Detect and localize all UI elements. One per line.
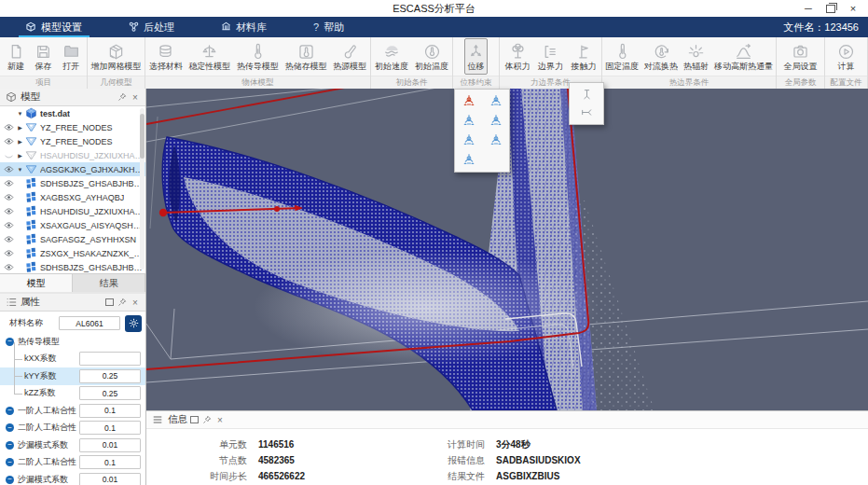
property-value-input[interactable]: 0.1 bbox=[79, 421, 141, 435]
ribbon-button-boundary-force-bracket[interactable]: 边界力 bbox=[535, 38, 566, 75]
visibility-eye-icon[interactable] bbox=[2, 234, 16, 244]
ribbon-button-initial-temperature-thermometer[interactable]: 初始温度 bbox=[412, 38, 451, 75]
ribbon-button-volume-force-tree[interactable]: 体积力 bbox=[503, 38, 533, 75]
tree-item[interactable]: ▶▶SDHSBJZS_GHSABJHB_ZAHU bbox=[0, 176, 145, 190]
info-field-label: 时间步长 bbox=[174, 470, 247, 483]
pin-icon[interactable] bbox=[200, 413, 214, 426]
displacement-constraint-option-1[interactable] bbox=[455, 90, 482, 110]
tree-item[interactable]: ▶▶SDHSBJZS_GHSABJHB_ZAHU bbox=[0, 260, 145, 273]
property-row: kZZ系数0.25 bbox=[0, 385, 145, 403]
ribbon-button-stability-balance[interactable]: 稳定性模型 bbox=[186, 38, 233, 75]
displacement-constraint-option-2[interactable] bbox=[482, 90, 509, 110]
contact-option-1[interactable] bbox=[580, 88, 594, 102]
sidebar-tab-模型[interactable]: 模型 bbox=[0, 274, 73, 292]
property-value-input[interactable]: 0.1 bbox=[79, 404, 141, 418]
property-value-input[interactable]: 0.01 bbox=[79, 473, 141, 485]
tree-scrollbar[interactable] bbox=[140, 108, 145, 270]
visibility-eye-icon[interactable] bbox=[2, 206, 16, 216]
ribbon-button-fixed-temperature-thermometer[interactable]: 固定温度 bbox=[602, 38, 641, 75]
visibility-eye-icon[interactable] bbox=[2, 122, 16, 132]
ribbon-button-compute-play[interactable]: 计算 bbox=[834, 38, 858, 75]
collapse-minus-icon[interactable]: − bbox=[6, 423, 14, 432]
tree-item[interactable]: ▶▶XAGBSXG_AYHAQBJ bbox=[0, 190, 145, 204]
property-value-input[interactable]: 0.01 bbox=[79, 438, 141, 452]
restore-panel-icon[interactable] bbox=[187, 413, 200, 426]
tree-item[interactable]: ▶HSAUHDISU_JZXIUXHAHX bbox=[0, 148, 145, 162]
close-panel-icon[interactable]: × bbox=[129, 296, 142, 309]
displacement-constraint-option-4[interactable] bbox=[482, 110, 509, 130]
visibility-eye-icon[interactable] bbox=[2, 262, 16, 272]
menu-tab-help[interactable]: ?帮助 bbox=[306, 17, 351, 37]
property-value-input[interactable]: 0.25 bbox=[79, 386, 141, 400]
visibility-eye-icon[interactable] bbox=[2, 248, 16, 258]
property-row: −二阶人工粘合性0.1 bbox=[0, 420, 145, 437]
property-row: −一阶人工粘合性0.1 bbox=[0, 402, 145, 420]
displacement-constraint-option-7[interactable] bbox=[455, 149, 482, 169]
maximize-button[interactable] bbox=[820, 0, 842, 17]
escass-app-window: ESCASS分析平台 ─ × 模型设置后处理材料库?帮助 文件名：123456 … bbox=[0, 0, 868, 485]
tree-item[interactable]: ▶▶ZSXGX_HSAKAZNZXK_AHASX bbox=[0, 246, 145, 260]
visibility-hidden-eye-icon[interactable] bbox=[2, 150, 16, 160]
tree-item[interactable]: ▼AGSGKJKG_GJHXAJKHXA bbox=[0, 162, 145, 176]
ribbon-button-new-file[interactable]: 新建 bbox=[5, 38, 28, 75]
close-panel-icon[interactable]: × bbox=[129, 90, 142, 104]
pin-icon[interactable] bbox=[116, 296, 129, 309]
property-value-input[interactable]: 0.1 bbox=[79, 455, 141, 469]
displacement-constraint-option-6[interactable] bbox=[482, 130, 509, 149]
expander-icon[interactable]: ▶ bbox=[16, 124, 24, 131]
ribbon-button-gauss-flux-curve[interactable]: 移动高斯热通量 bbox=[711, 38, 776, 75]
material-settings-button[interactable] bbox=[125, 315, 142, 332]
expander-icon[interactable]: ▼ bbox=[16, 167, 24, 173]
radiation-rays-icon bbox=[687, 43, 705, 61]
displacement-constraint-option-5[interactable] bbox=[455, 130, 482, 149]
ribbon-button-heat-conduction-thermometer[interactable]: 热传导模型 bbox=[234, 38, 282, 75]
close-button[interactable]: × bbox=[842, 0, 864, 17]
ribbon-button-contact-force-flag[interactable]: 接触力 bbox=[569, 38, 599, 75]
visibility-eye-icon[interactable] bbox=[2, 164, 16, 174]
tree-item[interactable]: ▶YZ_FREE_NODES bbox=[0, 134, 145, 148]
property-value-input[interactable] bbox=[79, 352, 141, 366]
menu-tab-model-settings[interactable]: 模型设置 bbox=[19, 17, 90, 37]
visibility-eye-icon[interactable] bbox=[2, 136, 16, 146]
info-field: 单元数1146516 bbox=[174, 436, 412, 452]
ribbon-button-convection-arrow[interactable]: 对流换热 bbox=[641, 38, 681, 75]
menu-tab-material-lib[interactable]: 材料库 bbox=[214, 17, 274, 37]
collapse-minus-icon[interactable]: − bbox=[6, 407, 14, 415]
displacement-constraint-option-3[interactable] bbox=[455, 110, 482, 130]
ribbon-button-heat-source-thermometer[interactable]: 热源模型 bbox=[330, 38, 369, 75]
collapse-minus-icon[interactable]: − bbox=[6, 476, 14, 484]
collapse-minus-icon[interactable]: − bbox=[6, 458, 14, 466]
visibility-eye-icon[interactable] bbox=[2, 192, 16, 202]
tree-item[interactable]: ▶▶SAGFASGZ_ASYHHXSN bbox=[0, 232, 145, 246]
ribbon-button-heat-storage-thermometer[interactable]: 热储存模型 bbox=[282, 38, 330, 75]
visibility-eye-icon[interactable] bbox=[2, 178, 16, 188]
ribbon-button-radiation-rays[interactable]: 热辐射 bbox=[681, 38, 711, 75]
ribbon-button-open-folder[interactable]: 打开 bbox=[60, 38, 83, 75]
tree-item[interactable]: ▶▶HSAUHDISU_JZXIUXHAHX bbox=[0, 204, 145, 218]
ribbon-button-displacement-axes[interactable]: 位移 bbox=[464, 38, 488, 75]
ribbon-button-material-layers[interactable]: 选择材料 bbox=[146, 38, 186, 75]
tree-item[interactable]: ▶▶XSAXGAUS_AISYAQSH_ASHX bbox=[0, 218, 145, 232]
tri-icon bbox=[25, 163, 37, 175]
ribbon-button-add-mesh[interactable]: 增加网格模型 bbox=[89, 38, 145, 75]
property-value-input[interactable]: AL6061 bbox=[59, 316, 120, 330]
tree-item[interactable]: ▼test.dat bbox=[0, 106, 145, 120]
expander-icon[interactable]: ▶ bbox=[16, 138, 24, 145]
minimize-button[interactable]: ─ bbox=[797, 0, 820, 17]
collapse-minus-icon[interactable]: − bbox=[6, 338, 14, 346]
pin-icon[interactable] bbox=[116, 90, 129, 104]
expander-icon[interactable]: ▶ bbox=[16, 152, 24, 159]
ribbon-button-save[interactable]: 保存 bbox=[32, 38, 55, 75]
sidebar-tab-结果[interactable]: 结果 bbox=[73, 274, 145, 292]
contact-option-2[interactable] bbox=[580, 105, 594, 119]
visibility-eye-icon[interactable] bbox=[2, 220, 16, 230]
property-value-input[interactable]: 0.25 bbox=[79, 369, 141, 383]
collapse-minus-icon[interactable]: − bbox=[6, 441, 14, 450]
ribbon-button-initial-velocity-wave[interactable]: 初始速度 bbox=[372, 38, 411, 75]
close-panel-icon[interactable]: × bbox=[214, 413, 227, 426]
restore-panel-icon[interactable] bbox=[103, 296, 116, 309]
menu-tab-post-process[interactable]: 后处理 bbox=[121, 17, 182, 37]
ribbon-button-global-settings-camera[interactable]: 全局设置 bbox=[781, 38, 820, 75]
expander-icon[interactable]: ▼ bbox=[16, 111, 24, 117]
tree-item[interactable]: ▶YZ_FREE_NODES bbox=[0, 120, 145, 134]
